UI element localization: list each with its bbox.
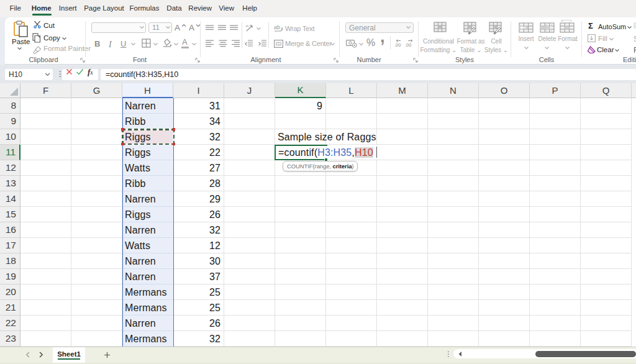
svg-text:.00: .00 xyxy=(405,42,411,47)
svg-text:ab: ab xyxy=(274,24,280,30)
svg-text:.00: .00 xyxy=(394,42,401,47)
